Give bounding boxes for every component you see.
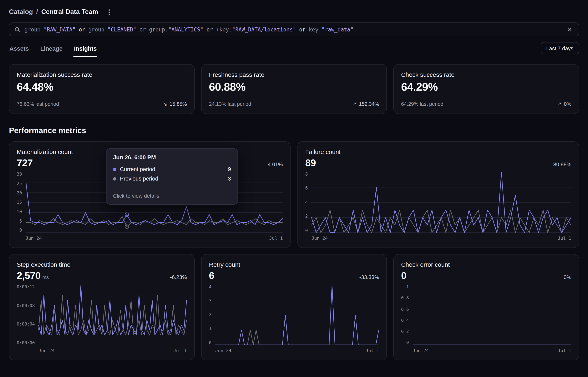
x-axis-label: Jul 1: [558, 236, 571, 241]
search-token-string: "ANALYTICS": [168, 26, 203, 33]
delta-value: 15.85%: [169, 101, 187, 107]
line-chart-plot[interactable]: [412, 285, 571, 345]
trend-up-icon: ↗: [557, 101, 562, 107]
y-axis-label: 1: [209, 327, 211, 331]
x-axis-label: Jun 24: [25, 236, 42, 241]
y-axis-label: 4: [209, 285, 211, 289]
y-axis-label: 25: [17, 181, 22, 186]
x-axis-label: Jul 1: [366, 348, 379, 353]
y-axis-label: 0.4: [401, 318, 409, 322]
summary-cards: Materialization success rate 64.48% 76.6…: [9, 64, 579, 114]
charts-row-1: Materialization count 727 4.01% 30252015…: [9, 141, 579, 248]
search-token-field: group:: [24, 26, 44, 33]
search-token-field: group:: [149, 26, 168, 33]
chart-card-failure-count: Failure count 89 30.88% 86420 Jun 24 Jul…: [298, 141, 579, 248]
summary-card-materialization-success-rate: Materialization success rate 64.48% 76.6…: [9, 64, 195, 114]
chart-value: 0: [401, 270, 406, 282]
line-chart-svg: [412, 285, 571, 345]
chart-title: Retry count: [209, 261, 379, 268]
search-icon: [14, 26, 20, 33]
y-axis-label: 10: [17, 209, 22, 214]
clear-search-icon[interactable]: ✕: [566, 25, 574, 34]
y-axis-label: 0:00:08: [17, 303, 35, 307]
search-token-field: key:: [219, 26, 232, 33]
summary-card-freshness-pass-rate: Freshness pass rate 60.88% 24.13% last p…: [201, 64, 387, 114]
line-chart-plot[interactable]: [311, 172, 571, 233]
y-axis-label: 0: [19, 228, 22, 232]
chart-unit: ms: [42, 274, 49, 280]
search-token-string: "raw_data": [322, 26, 354, 33]
current-period-dot-icon: [113, 168, 116, 171]
y-axis: 43210: [209, 285, 211, 345]
chart-title: Step execution time: [17, 261, 187, 268]
chart-delta: -6.23%: [170, 274, 187, 280]
search-token-field: group:: [88, 26, 108, 33]
y-axis-label: 8: [305, 172, 308, 176]
breadcrumb-separator: /: [36, 8, 38, 15]
search-token-op: or: [76, 26, 89, 33]
x-axis-label: Jul 1: [558, 348, 571, 353]
y-axis-label: 0: [406, 341, 409, 345]
summary-card-delta: ↗152.34%: [352, 101, 379, 107]
section-title: Performance metrics: [9, 126, 579, 135]
summary-card-subtext: 76.63% last period: [17, 101, 59, 107]
x-axis: Jun 24 Jul 1: [412, 348, 571, 353]
y-axis-label: 6: [305, 186, 308, 190]
summary-card-subtext: 64.29% last period: [401, 101, 443, 107]
y-axis-label: 5: [19, 219, 22, 223]
tooltip-row-label: Previous period: [120, 176, 158, 182]
search-input[interactable]: group:"RAW_DATA" or group:"CLEANED" or g…: [9, 23, 579, 36]
chart-card-check-error-count: Check error count 0 0% 10.80.60.40.20 Ju…: [393, 254, 579, 360]
breadcrumb-catalog-link[interactable]: Catalog: [9, 8, 33, 15]
trend-down-icon: ↘: [163, 101, 167, 107]
chart-value: 89: [305, 157, 316, 169]
chart-value: 6: [209, 270, 214, 282]
y-axis-label: 4: [305, 200, 308, 204]
kebab-menu-icon[interactable]: ⋮: [104, 8, 115, 16]
search-token-op: or: [136, 26, 149, 33]
y-axis-label: 0:00:00: [17, 341, 35, 345]
line-chart-plot[interactable]: [215, 285, 379, 345]
search-token-plus: +: [216, 26, 219, 33]
chart-tooltip: Jun 26, 6:00 PM Current period 9 Previou…: [106, 148, 238, 205]
x-axis: Jun 24 Jul 1: [25, 236, 283, 241]
y-axis-label: 0: [305, 228, 308, 232]
previous-period-dot-icon: [113, 177, 116, 180]
tooltip-row-previous: Previous period 3: [107, 174, 237, 183]
y-axis-label: 0.6: [401, 307, 409, 311]
y-axis: 10.80.60.40.20: [401, 285, 409, 345]
summary-card-delta: ↘15.85%: [163, 101, 187, 107]
y-axis-label: 2: [209, 313, 211, 317]
summary-card-check-success-rate: Check success rate 64.29% 64.29% last pe…: [393, 64, 579, 114]
tooltip-footer: Click to view details: [107, 188, 237, 204]
tooltip-row-current: Current period 9: [107, 165, 237, 174]
x-axis-label: Jun 24: [311, 236, 328, 241]
summary-card-value: 60.88%: [209, 81, 379, 94]
tab-lineage[interactable]: Lineage: [40, 43, 63, 57]
tooltip-row-value: 3: [228, 176, 231, 182]
search-token-op: or: [203, 26, 216, 33]
tab-assets[interactable]: Assets: [9, 43, 29, 57]
line-chart-svg: [215, 285, 379, 345]
summary-card-value: 64.29%: [401, 81, 571, 94]
chart-value: 727: [17, 157, 33, 169]
tooltip-row-label: Current period: [120, 166, 155, 172]
time-range-button[interactable]: Last 7 days: [541, 42, 579, 54]
tab-insights[interactable]: Insights: [74, 43, 97, 57]
y-axis: 302520151050: [17, 172, 22, 233]
y-axis: 86420: [305, 172, 308, 233]
y-axis-label: 30: [17, 172, 22, 176]
x-axis: Jun 24 Jul 1: [215, 348, 379, 353]
chart-delta: 0%: [564, 274, 571, 280]
search-token-string: "CLEANED": [108, 26, 136, 33]
chart-card-step-execution-time: Step execution time 2,570ms -6.23% 0:00:…: [9, 254, 195, 360]
summary-card-title: Freshness pass rate: [209, 71, 379, 78]
breadcrumb-current: Central Data Team: [41, 8, 98, 15]
delta-value: 152.34%: [359, 101, 379, 107]
y-axis-label: 0:00:12: [17, 285, 35, 289]
y-axis-label: 0.2: [401, 329, 409, 333]
trend-up-icon: ↗: [352, 101, 356, 107]
y-axis-label: 15: [17, 200, 22, 204]
line-chart-plot[interactable]: [39, 285, 187, 345]
search-token-op: or: [296, 26, 309, 33]
